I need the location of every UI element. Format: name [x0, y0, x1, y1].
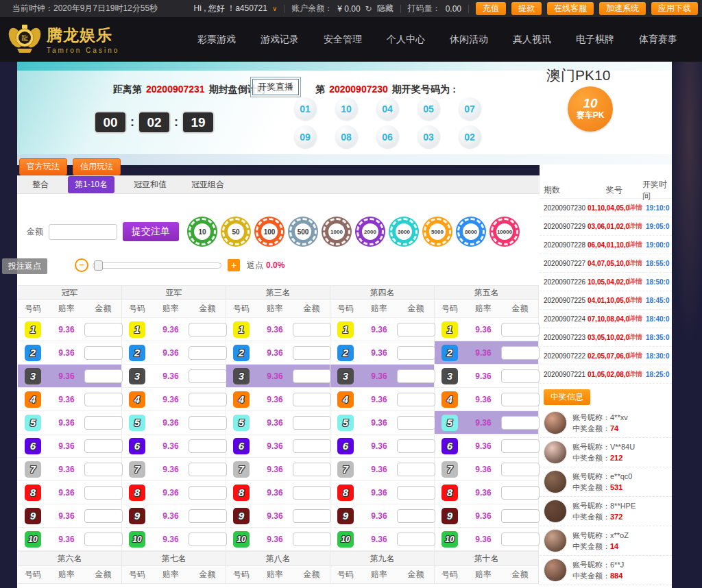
number-badge-6[interactable]: 6	[129, 438, 145, 454]
bet-amount-input[interactable]	[501, 486, 540, 500]
number-badge-1[interactable]: 1	[337, 321, 354, 338]
bet-amount-input[interactable]	[189, 346, 227, 360]
nav-item-0[interactable]: 彩票游戏	[197, 34, 236, 46]
bet-amount-input[interactable]	[397, 486, 435, 500]
bet-amount-input[interactable]	[293, 346, 331, 360]
result-detail-link[interactable]: 详情	[629, 203, 646, 212]
number-badge-10[interactable]: 10	[25, 531, 41, 548]
number-badge-7[interactable]: 7	[129, 461, 145, 478]
bet-amount-input[interactable]	[84, 532, 123, 546]
bet-amount-input[interactable]	[293, 323, 331, 336]
number-badge-6[interactable]: 6	[233, 438, 250, 454]
number-badge-7[interactable]: 7	[25, 461, 41, 478]
number-badge-6[interactable]: 6	[441, 438, 458, 454]
result-detail-link[interactable]: 详情	[629, 314, 646, 323]
topbar-button-1[interactable]: 提款	[511, 2, 542, 15]
result-detail-link[interactable]: 详情	[629, 295, 646, 305]
mode-button-0[interactable]: 官方玩法	[19, 158, 67, 175]
bet-amount-input[interactable]	[501, 393, 540, 406]
chip-1000[interactable]: 1000	[322, 217, 352, 247]
mode-button-1[interactable]: 信用玩法	[73, 158, 121, 175]
bet-amount-input[interactable]	[501, 346, 540, 360]
result-detail-link[interactable]: 详情	[629, 221, 646, 231]
number-badge-10[interactable]: 10	[233, 531, 250, 548]
tab-0[interactable]: 整合	[27, 177, 54, 193]
number-badge-7[interactable]: 7	[441, 461, 458, 478]
bet-amount-input[interactable]	[397, 393, 435, 406]
number-badge-4[interactable]: 4	[337, 391, 354, 408]
bet-amount-input[interactable]	[293, 416, 331, 430]
number-badge-2[interactable]: 2	[233, 345, 250, 361]
bet-amount-input[interactable]	[397, 532, 435, 546]
number-badge-5[interactable]: 5	[233, 415, 250, 431]
bet-amount-input[interactable]	[84, 346, 123, 360]
bet-amount-input[interactable]	[293, 439, 331, 453]
bet-amount-input[interactable]	[501, 369, 540, 383]
chip-50[interactable]: 50	[221, 217, 251, 247]
number-badge-3[interactable]: 3	[25, 368, 41, 384]
result-detail-link[interactable]: 详情	[629, 351, 646, 360]
bet-amount-input[interactable]	[501, 323, 540, 336]
user-greeting[interactable]: Hi , 您好 ！a450721	[193, 3, 267, 14]
number-badge-9[interactable]: 9	[129, 508, 145, 524]
number-badge-10[interactable]: 10	[441, 531, 458, 548]
bet-amount-input[interactable]	[189, 532, 227, 546]
result-detail-link[interactable]: 详情	[629, 277, 646, 286]
number-badge-1[interactable]: 1	[25, 321, 41, 338]
result-detail-link[interactable]: 详情	[629, 332, 646, 342]
chip-3000[interactable]: 3000	[389, 217, 419, 247]
bet-amount-input[interactable]	[84, 509, 123, 523]
bet-amount-input[interactable]	[293, 509, 331, 523]
bet-amount-input[interactable]	[84, 416, 123, 430]
bet-amount-input[interactable]	[84, 323, 123, 336]
number-badge-3[interactable]: 3	[441, 368, 458, 384]
chip-10000[interactable]: 10000	[489, 217, 520, 247]
submit-bet-button[interactable]: 提交注单	[123, 222, 179, 241]
number-badge-2[interactable]: 2	[441, 345, 458, 361]
bet-amount-input[interactable]	[189, 509, 227, 523]
amount-input[interactable]	[49, 224, 117, 240]
nav-item-2[interactable]: 安全管理	[324, 34, 362, 46]
bet-amount-input[interactable]	[84, 463, 123, 476]
number-badge-8[interactable]: 8	[441, 485, 458, 501]
number-badge-5[interactable]: 5	[25, 415, 41, 431]
bet-amount-input[interactable]	[501, 416, 540, 430]
bet-amount-input[interactable]	[189, 486, 227, 500]
number-badge-4[interactable]: 4	[129, 391, 145, 408]
rebate-slider-handle[interactable]	[94, 260, 103, 271]
chip-500[interactable]: 500	[288, 217, 318, 247]
bet-amount-input[interactable]	[84, 439, 123, 453]
bet-amount-input[interactable]	[501, 439, 540, 453]
number-badge-5[interactable]: 5	[337, 415, 354, 431]
number-badge-4[interactable]: 4	[441, 391, 458, 408]
bet-amount-input[interactable]	[189, 463, 227, 476]
chip-2000[interactable]: 2000	[355, 217, 385, 247]
bet-amount-input[interactable]	[189, 416, 227, 430]
number-badge-1[interactable]: 1	[233, 321, 250, 338]
chip-100[interactable]: 100	[254, 217, 285, 247]
number-badge-8[interactable]: 8	[25, 485, 41, 501]
number-badge-5[interactable]: 5	[441, 415, 458, 431]
bet-amount-input[interactable]	[501, 463, 540, 476]
number-badge-6[interactable]: 6	[337, 438, 354, 454]
bet-amount-input[interactable]	[293, 486, 331, 500]
result-detail-link[interactable]: 详情	[629, 258, 646, 268]
number-badge-3[interactable]: 3	[233, 368, 250, 384]
number-badge-8[interactable]: 8	[129, 485, 145, 501]
bet-amount-input[interactable]	[189, 439, 227, 453]
number-badge-9[interactable]: 9	[233, 508, 250, 524]
bet-amount-input[interactable]	[501, 532, 540, 546]
rebate-slider[interactable]	[93, 262, 221, 269]
nav-item-5[interactable]: 真人视讯	[513, 34, 551, 46]
number-badge-1[interactable]: 1	[441, 321, 458, 338]
number-badge-5[interactable]: 5	[129, 415, 145, 431]
nav-item-3[interactable]: 个人中心	[387, 34, 425, 46]
number-badge-7[interactable]: 7	[337, 461, 354, 478]
bet-amount-input[interactable]	[293, 463, 331, 476]
bet-amount-input[interactable]	[397, 439, 435, 453]
tab-3[interactable]: 冠亚组合	[186, 177, 230, 193]
bet-amount-input[interactable]	[397, 323, 435, 336]
number-badge-10[interactable]: 10	[337, 531, 354, 548]
result-detail-link[interactable]: 详情	[629, 240, 646, 249]
tab-2[interactable]: 冠亚和值	[128, 177, 172, 193]
